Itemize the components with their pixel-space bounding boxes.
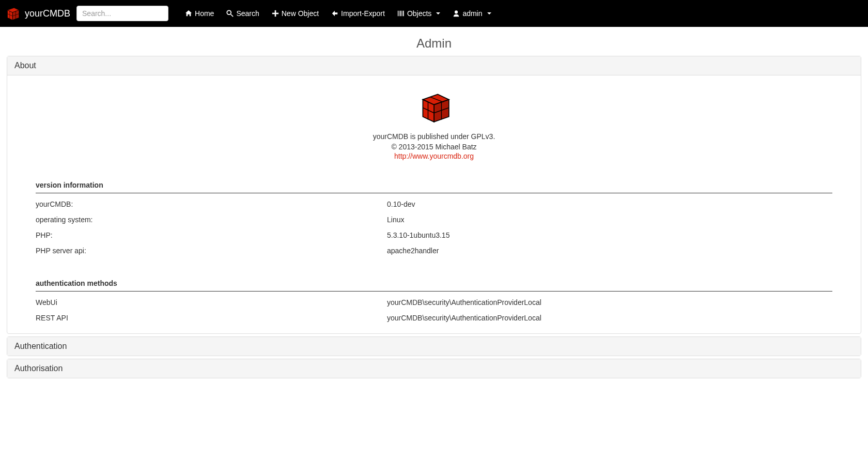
- info-value: Linux: [387, 216, 832, 224]
- brand-logo-icon: [4, 5, 21, 22]
- svg-rect-10: [272, 13, 278, 14]
- about-logo-icon: [415, 88, 453, 126]
- panel-authorisation: Authorisation: [7, 359, 861, 378]
- nav-admin-user[interactable]: admin: [446, 2, 497, 25]
- about-link[interactable]: http://www.yourcmdb.org: [394, 152, 474, 160]
- search-icon: [226, 10, 234, 17]
- panel-about: About yourCMDB is published under GP: [7, 56, 861, 334]
- about-line1: yourCMDB is published under GPLv3.: [15, 132, 853, 142]
- svg-rect-14: [402, 11, 402, 17]
- table-row: PHP:5.3.10-1ubuntu3.15: [36, 227, 832, 243]
- barcode-icon: [397, 10, 405, 17]
- info-label: yourCMDB:: [36, 200, 387, 208]
- caret-down-icon: [487, 12, 491, 14]
- share-icon: [331, 10, 338, 17]
- info-label: PHP:: [36, 231, 387, 239]
- search-input[interactable]: [76, 6, 168, 21]
- version-info-title: version information: [36, 181, 832, 193]
- svg-rect-11: [398, 11, 398, 17]
- caret-down-icon: [436, 12, 440, 14]
- svg-point-7: [227, 10, 231, 14]
- panel-heading-about[interactable]: About: [7, 56, 861, 75]
- svg-rect-13: [400, 11, 401, 17]
- table-row: REST APIyourCMDB\security\Authentication…: [36, 310, 832, 326]
- navbar: yourCMDB Home Search New Object Import-E…: [0, 0, 868, 27]
- nav-home[interactable]: Home: [179, 2, 220, 25]
- nav-objects[interactable]: Objects: [391, 2, 446, 25]
- svg-rect-12: [399, 11, 399, 17]
- panel-heading-authorisation[interactable]: Authorisation: [7, 359, 861, 378]
- info-value: yourCMDB\security\AuthenticationProvider…: [387, 298, 832, 307]
- info-value: apache2handler: [387, 247, 832, 255]
- nav-import-export[interactable]: Import-Export: [325, 2, 391, 25]
- nav-search[interactable]: Search: [220, 2, 265, 25]
- info-label: REST API: [36, 314, 387, 322]
- info-value: 5.3.10-1ubuntu3.15: [387, 231, 832, 239]
- svg-line-8: [231, 14, 233, 17]
- about-line2: © 2013-2015 Michael Batz: [15, 142, 853, 152]
- auth-methods-title: authentication methods: [36, 279, 832, 292]
- svg-rect-15: [403, 11, 404, 17]
- svg-point-16: [455, 10, 458, 13]
- table-row: yourCMDB:0.10-dev: [36, 196, 832, 212]
- panel-authentication: Authentication: [7, 336, 861, 356]
- info-value: 0.10-dev: [387, 200, 832, 208]
- info-label: PHP server api:: [36, 247, 387, 255]
- plus-icon: [272, 10, 279, 17]
- home-icon: [185, 10, 192, 17]
- table-row: operating system:Linux: [36, 212, 832, 227]
- table-row: WebUiyourCMDB\security\AuthenticationPro…: [36, 295, 832, 310]
- user-icon: [453, 10, 460, 17]
- panel-heading-authentication[interactable]: Authentication: [7, 337, 861, 356]
- info-label: WebUi: [36, 298, 387, 307]
- table-row: PHP server api:apache2handler: [36, 243, 832, 258]
- nav-new-object[interactable]: New Object: [266, 2, 325, 25]
- info-value: yourCMDB\security\AuthenticationProvider…: [387, 314, 832, 322]
- info-label: operating system:: [36, 216, 387, 224]
- brand-name: yourCMDB: [25, 8, 70, 19]
- brand[interactable]: yourCMDB: [4, 5, 70, 22]
- page-title: Admin: [0, 36, 868, 51]
